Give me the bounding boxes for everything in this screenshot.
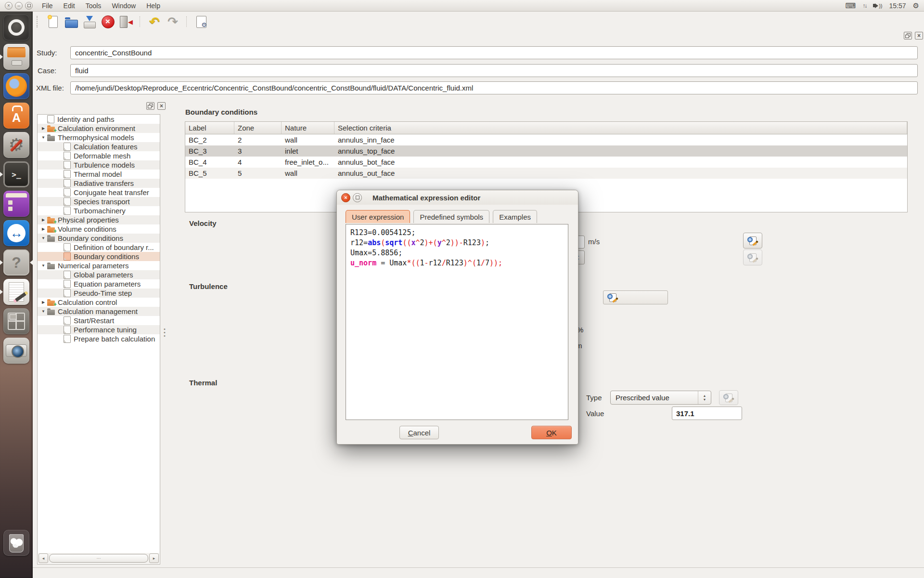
open-file-button[interactable] xyxy=(64,14,79,29)
table-header[interactable]: LabelZoneNatureSelection criteria xyxy=(185,122,907,134)
dialog-close-icon[interactable]: × xyxy=(341,193,350,202)
tree-item-physical-properties[interactable]: ▶Physical properties xyxy=(38,215,160,224)
tree-expander-icon[interactable]: ▼ xyxy=(39,263,47,268)
tree-item-conjugate-heat-transfer[interactable]: Conjugate heat transfer xyxy=(38,188,160,197)
tree-item-identity-and-paths[interactable]: Identity and paths xyxy=(38,115,160,124)
window-close-button[interactable]: × xyxy=(5,2,13,10)
study-input[interactable] xyxy=(70,46,918,59)
tree-expander-icon[interactable]: ▶ xyxy=(39,227,47,231)
close-file-button[interactable] xyxy=(100,14,116,29)
tree-item-turbulence-models[interactable]: Turbulence models xyxy=(38,160,160,170)
new-file-button[interactable] xyxy=(45,14,61,29)
window-minimize-button[interactable]: – xyxy=(15,2,23,10)
dock-item-firefox[interactable] xyxy=(3,73,29,99)
tree-expander-icon[interactable]: ▶ xyxy=(39,300,47,304)
tree-item-calculation-control[interactable]: ▶Calculation control xyxy=(38,298,160,307)
dock-item-media[interactable] xyxy=(3,191,29,217)
redo-button[interactable] xyxy=(165,14,180,29)
tree-item-start-restart[interactable]: Start/Restart xyxy=(38,316,160,325)
tree-item-definition-of-boundary-r[interactable]: Definition of boundary r... xyxy=(38,243,160,252)
dock-item-workspaces[interactable] xyxy=(3,308,29,334)
tree-float-button[interactable] xyxy=(146,102,154,110)
session-menu-icon[interactable]: ⚙ xyxy=(913,1,919,10)
tree-item-radiative-transfers[interactable]: Radiative transfers xyxy=(38,179,160,188)
tree-item-pseudo-time-step[interactable]: Pseudo-Time step xyxy=(38,289,160,298)
tree-item-equation-parameters[interactable]: Equation parameters xyxy=(38,279,160,289)
column-header-label[interactable]: Label xyxy=(185,122,234,134)
dock-item-teamviewer[interactable] xyxy=(3,220,29,246)
dock-item-files[interactable] xyxy=(3,44,29,70)
tree-item-species-transport[interactable]: Species transport xyxy=(38,197,160,206)
tree-item-volume-conditions[interactable]: ▶Volume conditions xyxy=(38,224,160,234)
column-header-selection-criteria[interactable]: Selection criteria xyxy=(334,122,907,134)
tab-user-expression[interactable]: User expression xyxy=(346,210,410,223)
velocity-formula-edit-button[interactable] xyxy=(743,233,762,249)
tree-item-performance-tuning[interactable]: Performance tuning xyxy=(38,325,160,334)
column-header-zone[interactable]: Zone xyxy=(234,122,282,134)
dock-item-gedit[interactable] xyxy=(3,279,29,305)
dialog-titlebar[interactable]: × Mathematical expression editor xyxy=(337,190,578,205)
column-header-nature[interactable]: Nature xyxy=(282,122,334,134)
tree-item-global-parameters[interactable]: Global parameters xyxy=(38,270,160,279)
dock-item-terminal[interactable] xyxy=(3,161,29,187)
ok-button[interactable]: OK xyxy=(531,426,572,439)
dialog-maximize-icon[interactable] xyxy=(353,193,362,202)
dock-item-app[interactable] xyxy=(3,250,29,276)
panel-close-button[interactable] xyxy=(915,32,923,39)
tree-item-calculation-management[interactable]: ▼Calculation management xyxy=(38,307,160,316)
scroll-left-icon[interactable]: ◂ xyxy=(38,553,48,563)
tree-item-thermophysical-models[interactable]: ▼Thermophysical models xyxy=(38,133,160,142)
tree-item-calculation-features[interactable]: Calculation features xyxy=(38,142,160,151)
volume-indicator-icon[interactable]: )) xyxy=(873,3,882,9)
scroll-right-icon[interactable]: ▸ xyxy=(149,553,159,563)
dock-item-dash[interactable] xyxy=(3,14,29,40)
tree-item-deformable-mesh[interactable]: Deformable mesh xyxy=(38,151,160,160)
xml-file-input[interactable] xyxy=(70,81,918,94)
table-row-bc_4[interactable]: BC_44free_inlet_o...annulus_bot_face xyxy=(185,157,907,168)
tree-expander-icon[interactable]: ▼ xyxy=(39,236,47,240)
table-row-bc_2[interactable]: BC_22wallannulus_inn_face xyxy=(185,134,907,145)
tree-item-thermal-model[interactable]: Thermal model xyxy=(38,170,160,179)
turbulence-formula-button[interactable] xyxy=(603,290,668,304)
document-tools-button[interactable] xyxy=(193,14,209,29)
scrollbar-thumb[interactable]: ⋯ xyxy=(49,554,148,563)
tree-item-numerical-parameters[interactable]: ▼Numerical parameters xyxy=(38,261,160,270)
thermal-type-combobox[interactable]: Prescribed value ▲▼ xyxy=(610,391,711,405)
expression-textarea[interactable]: R123=0.0054125;r12=abs(sqrt((x^2)+(y^2))… xyxy=(346,224,568,420)
tree-item-boundary-conditions[interactable]: ▼Boundary conditions xyxy=(38,234,160,243)
table-row-bc_3[interactable]: BC_33inletannulus_top_face xyxy=(185,145,907,157)
network-indicator-icon[interactable]: ↑↓ xyxy=(862,2,866,9)
menu-file[interactable]: File xyxy=(42,2,53,10)
case-input[interactable] xyxy=(70,64,918,77)
tab-predefined-symbols[interactable]: Predefined symbols xyxy=(413,210,489,223)
dock-item-software[interactable] xyxy=(3,103,29,129)
thermal-value-input[interactable] xyxy=(672,407,742,420)
tree-expander-icon[interactable]: ▼ xyxy=(39,135,47,140)
undo-button[interactable] xyxy=(147,14,162,29)
save-file-button[interactable] xyxy=(82,14,97,29)
tree-expander-icon[interactable]: ▶ xyxy=(39,218,47,222)
menu-help[interactable]: Help xyxy=(146,2,160,10)
menu-window[interactable]: Window xyxy=(112,2,136,10)
keyboard-indicator-icon[interactable]: ⌨ xyxy=(846,1,856,10)
clock[interactable]: 15:57 xyxy=(889,2,906,10)
tree-item-boundary-conditions[interactable]: Boundary conditions xyxy=(38,252,160,261)
dock-item-camera[interactable] xyxy=(3,338,29,364)
tree-item-calculation-environment[interactable]: ▶Calculation environment xyxy=(38,124,160,133)
table-row-bc_5[interactable]: BC_55wallannulus_out_face xyxy=(185,168,907,179)
menu-edit[interactable]: Edit xyxy=(64,2,75,10)
dock-item-trash[interactable] xyxy=(3,530,29,556)
panel-float-button[interactable] xyxy=(904,32,912,39)
tree-item-prepare-batch-calculation[interactable]: Prepare batch calculation xyxy=(38,334,160,343)
tree-close-button[interactable] xyxy=(157,102,166,110)
cancel-button[interactable]: Cancel xyxy=(399,426,439,439)
dock-item-settings[interactable] xyxy=(3,132,29,158)
tree-expander-icon[interactable]: ▶ xyxy=(39,126,47,131)
toolbar-handle[interactable] xyxy=(37,16,40,27)
panel-splitter[interactable]: ••• xyxy=(163,328,167,342)
quit-button[interactable] xyxy=(118,14,134,29)
window-maximize-button[interactable] xyxy=(25,2,33,10)
menu-tools[interactable]: Tools xyxy=(86,2,102,10)
tree-expander-icon[interactable]: ▼ xyxy=(39,309,47,314)
tree-item-turbomachinery[interactable]: Turbomachinery xyxy=(38,206,160,215)
